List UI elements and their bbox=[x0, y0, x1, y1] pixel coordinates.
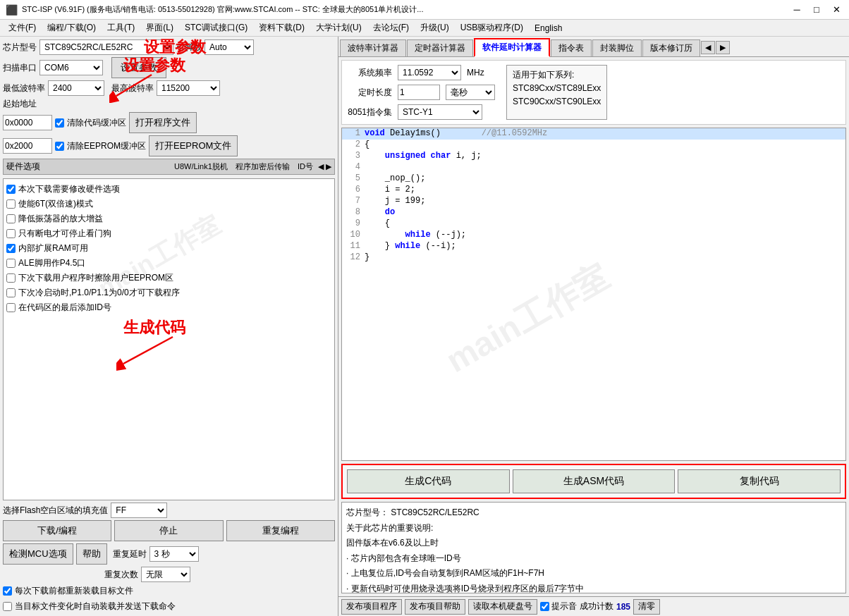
hw-opt-5[interactable] bbox=[6, 259, 16, 268]
hw-tab-3[interactable]: ID号 bbox=[295, 162, 316, 171]
clear-code-label: 清除代码缓冲区 bbox=[67, 117, 126, 129]
repeat-delay-select[interactable]: 3 秒 bbox=[149, 546, 199, 562]
app-icon: ⬛ bbox=[6, 4, 18, 16]
hw-scroll-right[interactable]: ▶ bbox=[326, 162, 331, 171]
tab-instruction[interactable]: 指令表 bbox=[551, 39, 592, 56]
read-id-button[interactable]: 读取本机硬盘号 bbox=[468, 599, 537, 615]
hw-opt-2[interactable] bbox=[6, 214, 16, 223]
min-baud-select[interactable]: 2400 bbox=[48, 80, 104, 96]
publish-help-button[interactable]: 发布项目帮助 bbox=[405, 599, 465, 615]
repeat-count-select[interactable]: 无限 bbox=[141, 567, 190, 582]
scan-port-select[interactable]: COM6 bbox=[39, 60, 103, 75]
pin-count-select[interactable]: Auto bbox=[204, 39, 254, 55]
hw-opt-6[interactable] bbox=[6, 273, 16, 283]
hw-options-panel: 本次下载需要修改硬件选项 使能6T(双倍速)模式 降低振荡器的放大增益 只有断电… bbox=[3, 178, 335, 500]
hw-section-title: 硬件选项 bbox=[6, 161, 40, 173]
delay-input[interactable] bbox=[398, 85, 440, 100]
download-button[interactable]: 下载/编程 bbox=[3, 520, 111, 541]
clear-count-button[interactable]: 清零 bbox=[633, 599, 660, 615]
menu-english[interactable]: English bbox=[529, 22, 568, 35]
max-baud-select[interactable]: 115200 bbox=[157, 80, 220, 96]
gen-c-button[interactable]: 生成C代码 bbox=[347, 469, 510, 493]
hw-tab-2[interactable]: 程序加密后传输 bbox=[233, 162, 293, 171]
isa-select[interactable]: STC-Y1 bbox=[398, 104, 482, 120]
menu-usb[interactable]: USB驱动程序(D) bbox=[455, 20, 529, 35]
addr1-label: 起始地址 bbox=[3, 98, 37, 110]
auto-send-checkbox[interactable] bbox=[3, 602, 12, 611]
hw-opt-1[interactable] bbox=[6, 199, 16, 209]
info-area: 芯片型号： STC89C52RC/LE52RC 关于此芯片的重要说明: 固件版本… bbox=[341, 502, 846, 593]
help-button[interactable]: 帮助 bbox=[76, 543, 107, 565]
freq-select[interactable]: 11.0592 bbox=[398, 65, 461, 80]
tab-package[interactable]: 封装脚位 bbox=[592, 39, 642, 56]
open-prog-button[interactable]: 打开程序文件 bbox=[129, 112, 197, 133]
menu-interface[interactable]: 界面(L) bbox=[140, 20, 179, 35]
hw-opt-8[interactable] bbox=[6, 303, 16, 312]
freq-unit: MHz bbox=[467, 68, 484, 78]
delay-label: 定时长度 bbox=[346, 87, 392, 99]
chip-type-select[interactable]: STC89C52RC/LE52RC bbox=[39, 39, 173, 55]
close-button[interactable]: ✕ bbox=[829, 3, 843, 17]
detect-mcu-button[interactable]: 检测MCU选项 bbox=[3, 543, 73, 565]
tab-bar: 波特率计算器 定时器计算器 软件延时计算器 指令表 封装脚位 版本修订历 ◀ ▶ bbox=[338, 37, 849, 57]
chip-type-label: 芯片型号 bbox=[3, 42, 37, 54]
open-eeprom-button[interactable]: 打开EEPROM文件 bbox=[149, 135, 238, 156]
code-line-9: { bbox=[365, 218, 843, 230]
menu-stc-debug[interactable]: STC调试接口(G) bbox=[179, 20, 253, 35]
code-line-4 bbox=[365, 162, 843, 173]
hint-label: 提示音 bbox=[551, 600, 577, 612]
menu-program[interactable]: 编程/下载(O) bbox=[42, 20, 102, 35]
tab-timer-calc[interactable]: 定时器计算器 bbox=[407, 39, 473, 56]
hw-tab-1[interactable]: U8W/Link1脱机 bbox=[171, 162, 231, 171]
tab-nav-prev[interactable]: ◀ bbox=[701, 41, 715, 54]
gen-asm-button[interactable]: 生成ASM代码 bbox=[513, 469, 676, 493]
menu-forum[interactable]: 去论坛(F) bbox=[367, 20, 415, 35]
flash-fill-select[interactable]: FF bbox=[111, 503, 167, 518]
line-num-7: 7 bbox=[345, 196, 365, 207]
menu-tools[interactable]: 工具(T) bbox=[102, 20, 140, 35]
line-num-8: 8 bbox=[345, 207, 365, 218]
info-line-3: · 更新代码时可使用烧录选项将ID号烧录到程序区的最后7字节中 bbox=[346, 581, 841, 593]
line-num-4: 4 bbox=[345, 162, 365, 173]
tab-version[interactable]: 版本修订历 bbox=[642, 39, 700, 56]
hw-opt-3[interactable] bbox=[6, 229, 16, 238]
menu-upgrade[interactable]: 升级(U) bbox=[415, 20, 455, 35]
code-area[interactable]: 1 void Delay1ms() //@11.0592MHz 2 { 3 un… bbox=[341, 128, 846, 461]
code-line-12: } bbox=[365, 252, 843, 264]
applies-line-0: STC89Cxx/STC89LExx bbox=[513, 82, 601, 95]
window-title: STC-ISP (V6.91F) (服务电话/销售电话: 0513-550129… bbox=[22, 4, 423, 15]
menu-download[interactable]: 资料下载(D) bbox=[253, 20, 310, 35]
copy-code-button[interactable]: 复制代码 bbox=[678, 469, 841, 493]
stop-button[interactable]: 停止 bbox=[114, 520, 223, 541]
tab-baud-calc[interactable]: 波特率计算器 bbox=[340, 39, 406, 56]
addr1-input[interactable] bbox=[3, 115, 52, 130]
reprogram-button[interactable]: 重复编程 bbox=[226, 520, 335, 541]
hint-checkbox[interactable] bbox=[540, 602, 549, 611]
success-count-label: 成功计数 bbox=[580, 600, 613, 612]
hw-opt-4[interactable] bbox=[6, 244, 16, 253]
delay-unit-select[interactable]: 毫秒 bbox=[446, 85, 495, 100]
auto-send-label: 当目标文件变化时自动装载并发送下载命令 bbox=[15, 600, 176, 612]
hw-opt-8-label: 在代码区的最后添加ID号 bbox=[18, 302, 111, 314]
menu-university[interactable]: 大学计划(U) bbox=[310, 20, 367, 35]
tab-delay-calc[interactable]: 软件延时计算器 bbox=[474, 38, 550, 57]
line-num-2: 2 bbox=[345, 140, 365, 151]
freq-label: 系统频率 bbox=[346, 67, 392, 79]
publish-program-button[interactable]: 发布项目程序 bbox=[341, 599, 402, 615]
success-count-value: 185 bbox=[616, 602, 630, 612]
gen-buttons-panel: 生成C代码 生成ASM代码 复制代码 bbox=[341, 464, 846, 499]
addr2-input[interactable] bbox=[3, 138, 52, 154]
auto-reload-checkbox[interactable] bbox=[3, 586, 12, 596]
line-num-9: 9 bbox=[345, 218, 365, 230]
menu-file[interactable]: 文件(F) bbox=[3, 20, 42, 35]
tab-nav-next[interactable]: ▶ bbox=[716, 41, 730, 54]
minimize-button[interactable]: ─ bbox=[790, 3, 804, 17]
restore-button[interactable]: □ bbox=[810, 3, 824, 17]
clear-code-checkbox[interactable] bbox=[55, 118, 64, 128]
info-chip-value: STC89C52RC/LE52RC bbox=[391, 507, 479, 517]
clear-eeprom-checkbox[interactable] bbox=[55, 142, 64, 151]
hw-opt-0[interactable] bbox=[6, 185, 16, 194]
set-param-button[interactable]: 设置参数 bbox=[111, 57, 166, 78]
hw-scroll-left[interactable]: ◀ bbox=[318, 162, 324, 171]
hw-opt-7[interactable] bbox=[6, 288, 16, 297]
